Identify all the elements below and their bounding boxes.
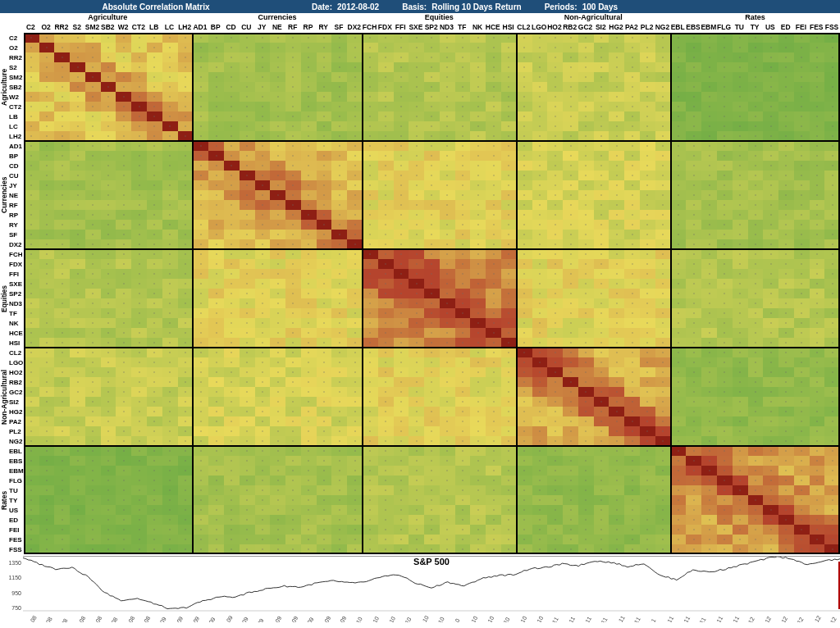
- cell: [409, 426, 424, 436]
- cell: [378, 377, 394, 387]
- cell: [532, 190, 548, 200]
- cell: [301, 397, 317, 407]
- cell: [640, 190, 655, 200]
- cell: [624, 259, 640, 269]
- cell: [794, 249, 810, 259]
- cell: [624, 456, 640, 466]
- cell: [378, 525, 394, 535]
- sp500-y-axis: 13501150950750: [3, 560, 21, 611]
- col-CL2: CL2: [516, 23, 532, 33]
- cell: [116, 171, 131, 180]
- cell: [193, 230, 208, 239]
- cell: [285, 269, 301, 279]
- cell: [363, 476, 378, 485]
- cell: [455, 161, 471, 171]
- cell: [54, 279, 70, 289]
- cell: [347, 387, 363, 397]
- cell: [594, 259, 609, 269]
- cell: [532, 43, 548, 52]
- cell: [70, 102, 85, 111]
- cell: [455, 446, 471, 456]
- cell: [486, 72, 501, 82]
- cell: [624, 72, 640, 82]
- col-RR2: RR2: [54, 23, 70, 33]
- cell: [547, 544, 563, 554]
- cell: [794, 82, 810, 92]
- cell: [717, 249, 733, 259]
- cell: [39, 72, 55, 82]
- cell: [147, 348, 162, 357]
- cell: [131, 33, 147, 43]
- cell: [563, 180, 578, 190]
- cell: [101, 220, 116, 230]
- col-LB: LB: [146, 23, 162, 33]
- header-bar: Absolute Correlation Matrix Date: 2012-0…: [0, 0, 840, 13]
- cell: [131, 210, 147, 220]
- sp500-xtick: Jul-10: [448, 617, 461, 622]
- cell: [270, 52, 285, 62]
- cell: [794, 515, 810, 525]
- cell: [778, 476, 794, 485]
- cell: [640, 407, 655, 416]
- cell: [733, 279, 748, 289]
- cell: [147, 43, 162, 52]
- cell: [532, 446, 548, 456]
- cell: [378, 161, 394, 171]
- cell: [162, 279, 178, 289]
- cell: [517, 279, 532, 289]
- cell: [486, 505, 501, 515]
- cell: [748, 151, 764, 161]
- cell: [101, 43, 116, 52]
- cell: [717, 377, 733, 387]
- cell: [532, 416, 548, 426]
- cell: [501, 348, 517, 357]
- cell: [224, 151, 240, 161]
- cell: [208, 289, 224, 298]
- sp500-xtick: Jun-12: [824, 616, 838, 622]
- cell: [347, 446, 363, 456]
- cell: [270, 416, 285, 426]
- cell: [686, 230, 701, 239]
- cell: [701, 466, 717, 476]
- cell: [54, 367, 70, 377]
- cell: [763, 259, 778, 269]
- cell: [578, 485, 594, 495]
- sp500-ytick: 1350: [3, 560, 21, 566]
- cell: [363, 495, 378, 505]
- cell: [39, 161, 55, 171]
- cell: [778, 151, 794, 161]
- cell: [640, 210, 655, 220]
- cell: [501, 485, 517, 495]
- cell: [733, 33, 748, 43]
- cell: [655, 180, 671, 190]
- cell: [547, 92, 563, 102]
- cell: [763, 416, 778, 426]
- cell: [147, 289, 162, 298]
- cell: [363, 200, 378, 210]
- cell: [70, 446, 85, 456]
- row-JY: JY: [8, 180, 24, 190]
- cell: [378, 279, 394, 289]
- cell: [178, 33, 194, 43]
- cell: [394, 180, 409, 190]
- cell: [147, 357, 162, 367]
- cell: [763, 426, 778, 436]
- cell: [609, 180, 624, 190]
- cell: [486, 171, 501, 180]
- cell: [301, 161, 317, 171]
- cell: [131, 161, 147, 171]
- cell: [701, 230, 717, 239]
- cell: [671, 387, 687, 397]
- cell: [470, 298, 486, 308]
- cell: [24, 210, 39, 220]
- cell: [578, 416, 594, 426]
- cell: [147, 279, 162, 289]
- cell: [717, 259, 733, 269]
- cell: [640, 200, 655, 210]
- cell: [440, 318, 455, 328]
- cell: [224, 505, 240, 515]
- cell: [655, 466, 671, 476]
- cell: [578, 151, 594, 161]
- cell: [578, 377, 594, 387]
- cell: [763, 200, 778, 210]
